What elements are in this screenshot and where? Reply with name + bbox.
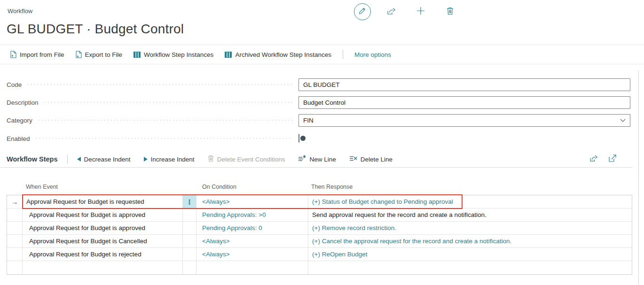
system-actions	[354, 3, 458, 21]
on-condition-cell[interactable]: <Always>	[196, 195, 308, 208]
trash-icon	[447, 7, 454, 17]
code-label: Code	[7, 81, 22, 88]
archived-workflow-step-instances-button[interactable]: Archived Workflow Step Instances	[225, 51, 331, 58]
column-header-then-response[interactable]: Then Response	[311, 184, 353, 190]
page-caption: Workflow	[8, 8, 32, 15]
plus-icon	[416, 7, 425, 17]
table-row-empty	[7, 261, 632, 274]
steps-right-actions	[589, 154, 616, 164]
row-selector[interactable]	[7, 222, 23, 234]
divider	[343, 50, 343, 59]
when-event-cell[interactable]: Approval Request for Budget is approved	[23, 208, 183, 221]
then-response-cell[interactable]: (+) ReOpen Budget	[308, 248, 632, 261]
action-bar: Import from File Export to File Workflow…	[0, 45, 644, 64]
share-button[interactable]	[383, 3, 400, 20]
description-label: Description	[7, 99, 39, 106]
more-options-button[interactable]: More options	[354, 51, 391, 58]
import-file-icon	[10, 51, 16, 58]
then-response-cell[interactable]: (+) Status of Budget changed to Pending …	[308, 195, 632, 208]
page-title: GL BUDGET · Budget Control	[7, 22, 184, 37]
when-event-cell[interactable]	[23, 261, 183, 274]
enabled-label: Enabled	[7, 135, 30, 142]
vertical-ellipsis-icon: ⋮	[186, 199, 193, 205]
row-selector[interactable]	[7, 248, 23, 261]
dotted-leader	[35, 138, 293, 139]
export-to-file-button[interactable]: Export to File	[76, 51, 123, 58]
workflow-steps-title: Workflow Steps	[7, 155, 58, 163]
row-menu-button[interactable]	[183, 235, 196, 247]
table-row: Approval Request for Budget is Cancelled…	[7, 235, 632, 248]
delete-button[interactable]	[441, 3, 458, 20]
on-condition-cell[interactable]	[196, 261, 308, 274]
new-line-button[interactable]: New Line	[298, 155, 336, 163]
import-from-file-button[interactable]: Import from File	[10, 51, 64, 58]
when-event-cell[interactable]: Approval Request for Budget is approved	[23, 222, 183, 234]
increase-indent-icon	[144, 157, 148, 162]
share-button[interactable]	[589, 154, 598, 164]
workflow-steps-toolbar: Workflow Steps Decrease Indent Increase …	[0, 151, 632, 168]
column-header-when-event[interactable]: When Event	[26, 184, 58, 190]
then-response-cell[interactable]	[308, 261, 632, 274]
on-condition-cell[interactable]: <Always>	[196, 248, 308, 261]
increase-indent-button[interactable]: Increase Indent	[144, 156, 195, 163]
open-in-new-window-button[interactable]	[609, 154, 616, 164]
enabled-toggle[interactable]	[298, 134, 299, 143]
toggle-knob	[300, 136, 306, 141]
action-label: Import from File	[20, 51, 64, 58]
column-header-on-condition[interactable]: On Condition	[202, 184, 236, 190]
when-event-cell[interactable]: Approval Request for Budget is Cancelled	[23, 235, 183, 247]
dotted-leader	[26, 84, 293, 85]
action-label: Workflow Step Instances	[144, 51, 213, 58]
when-event-cell[interactable]: Approval Request for Budget is rejected	[23, 248, 183, 261]
row-selector[interactable]	[7, 208, 23, 221]
row-selector[interactable]: →	[7, 195, 23, 208]
row-menu-button[interactable]	[183, 248, 196, 261]
popout-icon	[609, 154, 616, 164]
edit-button[interactable]	[354, 3, 371, 20]
row-selector[interactable]	[7, 261, 23, 274]
pencil-icon	[359, 7, 366, 16]
share-icon	[387, 7, 396, 17]
table-row: → Approval Request for Budget is request…	[7, 195, 632, 208]
toolbar-label: Decrease Indent	[84, 156, 131, 163]
scroll-pane-edge	[638, 70, 639, 285]
action-label: Archived Workflow Step Instances	[235, 51, 331, 58]
workflow-page: Workflow GL BUDGET · Budget Control	[0, 0, 644, 285]
delete-line-icon	[349, 155, 357, 163]
table-icon	[134, 52, 141, 58]
description-field-row: Description	[7, 96, 630, 109]
then-response-cell[interactable]: (+) Cancel the approval request for the …	[308, 235, 632, 247]
category-select[interactable]: FIN	[298, 114, 630, 127]
row-menu-button[interactable]	[183, 208, 196, 221]
on-condition-cell[interactable]: <Always>	[196, 235, 308, 247]
toolbar-label: Delete Event Conditions	[217, 156, 285, 163]
then-response-cell[interactable]: Send approval request for the record and…	[308, 208, 632, 221]
on-condition-cell[interactable]: Pending Approvals: >0	[196, 208, 308, 221]
decrease-indent-icon	[77, 157, 81, 162]
row-menu-button[interactable]	[183, 261, 196, 274]
toolbar-label: Delete Line	[361, 156, 393, 163]
when-event-cell[interactable]: Approval Request for Budget is requested	[23, 195, 183, 208]
trash-icon	[208, 155, 214, 163]
workflow-steps-grid: → Approval Request for Budget is request…	[7, 195, 632, 275]
chevron-down-icon	[620, 119, 626, 122]
category-label: Category	[7, 117, 32, 124]
delete-line-button[interactable]: Delete Line	[349, 155, 393, 163]
add-button[interactable]	[412, 3, 429, 20]
description-input[interactable]	[298, 96, 630, 109]
on-condition-cell[interactable]: Pending Approvals: 0	[196, 222, 308, 234]
decrease-indent-button[interactable]: Decrease Indent	[77, 156, 131, 163]
dotted-leader	[43, 102, 293, 103]
row-selector[interactable]	[7, 235, 23, 247]
table-row: Approval Request for Budget is rejected …	[7, 248, 632, 261]
workflow-step-instances-button[interactable]: Workflow Step Instances	[134, 51, 213, 58]
code-input[interactable]	[298, 78, 630, 91]
category-field-row: Category FIN	[7, 114, 630, 127]
new-line-icon	[298, 155, 306, 163]
enabled-field-row: Enabled	[7, 132, 630, 145]
then-response-cell[interactable]: (+) Remove record restriction.	[308, 222, 632, 234]
category-value: FIN	[303, 117, 314, 124]
toolbar-label: Increase Indent	[151, 156, 195, 163]
row-menu-button[interactable]	[183, 222, 196, 234]
row-menu-button[interactable]: ⋮	[183, 195, 196, 208]
